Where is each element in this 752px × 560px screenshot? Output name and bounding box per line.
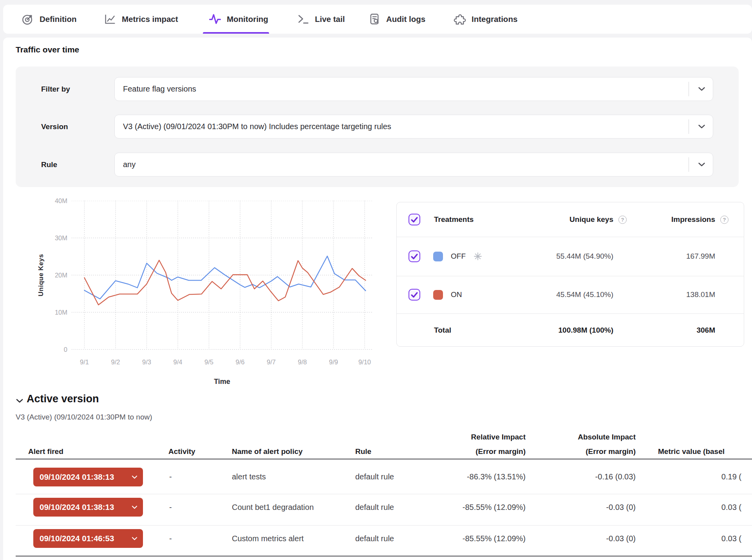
tab-label: Monitoring bbox=[227, 14, 268, 24]
y-tick-label: 20M bbox=[44, 272, 67, 279]
tab-definition[interactable]: Definition bbox=[21, 5, 77, 34]
on-color-swatch bbox=[433, 290, 443, 300]
tab-label: Integrations bbox=[472, 14, 517, 24]
tab-label: Metrics impact bbox=[122, 14, 178, 24]
off-checkbox[interactable] bbox=[409, 237, 420, 276]
traffic-chart bbox=[72, 201, 373, 350]
rule-value: default rule bbox=[355, 526, 394, 551]
relative-impact-value: -85.55% (12.09%) bbox=[463, 526, 526, 551]
rule-label: Rule bbox=[41, 153, 57, 176]
metric-value: 0.03 ( bbox=[721, 494, 741, 520]
chevron-down-icon[interactable] bbox=[698, 87, 705, 91]
relative-impact-value: -85.55% (12.09%) bbox=[463, 494, 526, 520]
policy-link[interactable]: Count bet1 degradation bbox=[232, 494, 314, 520]
filter-by-value: Feature flag versions bbox=[123, 77, 196, 101]
activity-value: - bbox=[169, 494, 172, 520]
table-bottom-border bbox=[16, 556, 752, 556]
chevron-down-icon bbox=[132, 475, 137, 479]
metrics-impact-icon bbox=[103, 13, 117, 26]
tab-live-tail[interactable]: Live tail bbox=[296, 5, 345, 34]
collapse-chevron-icon[interactable] bbox=[16, 398, 24, 403]
x-tick-label: 9/1 bbox=[80, 358, 89, 366]
chevron-down-icon[interactable] bbox=[698, 124, 705, 129]
tab-audit-logs[interactable]: Audit logs bbox=[368, 5, 425, 34]
off-unique-keys: 55.44M (54.90%) bbox=[556, 237, 613, 276]
activity-value: - bbox=[169, 459, 172, 494]
series-on-line bbox=[85, 260, 366, 305]
treatment-row-off: OFF 55.44M (54.90%) 167.99M bbox=[397, 237, 744, 276]
tab-integrations[interactable]: Integrations bbox=[453, 5, 517, 34]
treatments-table: Treatments Unique keys ? Impressions ? O… bbox=[396, 202, 744, 347]
page: Definition Metrics impact Monitoring Liv… bbox=[0, 0, 752, 560]
alert-row: 09/10/2024 01:46:53 - Custom metrics ale… bbox=[3, 526, 752, 551]
impressions-help-icon[interactable]: ? bbox=[720, 202, 728, 237]
version-value: V3 (Active) (09/01/2024 01:30PM to now) … bbox=[123, 115, 391, 138]
alert-fired-badge[interactable]: 09/10/2024 01:46:53 bbox=[33, 529, 143, 548]
live-tail-icon bbox=[296, 13, 310, 26]
audit-logs-icon bbox=[368, 13, 381, 26]
y-tick-label: 0 bbox=[44, 346, 67, 353]
filter-panel: Filter by Feature flag versions Version … bbox=[16, 67, 739, 187]
policy-link[interactable]: alert tests bbox=[232, 459, 266, 494]
y-tick-label: 40M bbox=[44, 197, 67, 205]
unique-keys-col-header: Unique keys bbox=[569, 202, 613, 237]
on-unique-keys: 45.54M (45.10%) bbox=[556, 276, 613, 313]
filter-by-label: Filter by bbox=[41, 77, 70, 101]
chevron-down-icon bbox=[132, 506, 137, 509]
rule-select[interactable]: any bbox=[114, 153, 713, 176]
y-tick-label: 30M bbox=[44, 234, 67, 242]
x-tick-label: 9/4 bbox=[174, 358, 183, 366]
on-impressions: 138.01M bbox=[686, 276, 715, 313]
check-icon bbox=[411, 254, 418, 259]
alerts-table-header: Alert fired Activity Name of alert polic… bbox=[3, 431, 752, 459]
x-tick-label: 9/6 bbox=[236, 358, 245, 366]
tab-monitoring[interactable]: Monitoring bbox=[208, 5, 268, 34]
absolute-impact-value: -0.16 (0.03) bbox=[595, 459, 636, 494]
col-metric-value: Metric value (basel bbox=[658, 444, 725, 459]
treatments-total-row: Total 100.98M (100%) 306M bbox=[397, 313, 744, 347]
total-impressions: 306M bbox=[696, 313, 715, 347]
chevron-down-icon[interactable] bbox=[698, 162, 705, 167]
tab-metrics-impact[interactable]: Metrics impact bbox=[103, 5, 178, 34]
section-title: Traffic over time bbox=[16, 45, 79, 54]
off-color-swatch bbox=[433, 252, 443, 261]
on-label: ON bbox=[451, 276, 462, 313]
col-activity: Activity bbox=[168, 444, 195, 459]
treatments-header-row: Treatments Unique keys ? Impressions ? bbox=[397, 202, 744, 237]
filter-by-select[interactable]: Feature flag versions bbox=[114, 77, 713, 101]
select-all-checkbox[interactable] bbox=[409, 202, 420, 237]
x-tick-label: 9/7 bbox=[267, 358, 276, 366]
chevron-down-icon bbox=[132, 537, 137, 540]
x-tick-label: 9/3 bbox=[142, 358, 151, 366]
metric-value: 0.03 ( bbox=[721, 526, 741, 551]
rule-value: default rule bbox=[355, 459, 394, 494]
x-tick-label: 9/9 bbox=[329, 358, 338, 366]
tab-label: Audit logs bbox=[386, 14, 425, 24]
policy-link[interactable]: Custom metrics alert bbox=[232, 526, 304, 551]
series-off-line bbox=[85, 256, 366, 299]
col-rule: Rule bbox=[355, 444, 371, 459]
col-alert-fired: Alert fired bbox=[28, 444, 63, 459]
col-absolute-impact: Absolute Impact (Error margin) bbox=[578, 430, 636, 459]
y-tick-label: 10M bbox=[44, 309, 67, 316]
alert-fired-badge[interactable]: 09/10/2024 01:38:13 bbox=[33, 498, 143, 517]
active-version-subtitle: V3 (Active) (09/10/2024 01:30PM to now) bbox=[16, 413, 152, 421]
on-checkbox[interactable] bbox=[409, 276, 420, 313]
rule-value: any bbox=[123, 153, 136, 176]
default-treatment-icon bbox=[474, 237, 482, 276]
check-icon bbox=[411, 217, 418, 223]
unique-keys-help-icon[interactable]: ? bbox=[618, 202, 627, 237]
absolute-impact-value: -0.03 (0) bbox=[606, 526, 636, 551]
off-impressions: 167.99M bbox=[686, 237, 715, 276]
absolute-impact-value: -0.03 (0) bbox=[606, 494, 636, 520]
check-icon bbox=[411, 292, 418, 298]
version-select[interactable]: V3 (Active) (09/01/2024 01:30PM to now) … bbox=[114, 115, 713, 139]
tab-label: Live tail bbox=[315, 14, 345, 24]
alert-fired-badge[interactable]: 09/10/2024 01:38:13 bbox=[33, 468, 143, 486]
alert-row: 09/10/2024 01:38:13 - Count bet1 degrada… bbox=[3, 494, 752, 520]
off-label: OFF bbox=[451, 237, 466, 276]
treatment-row-on: ON 45.54M (45.10%) 138.01M bbox=[397, 276, 744, 313]
x-tick-label: 9/5 bbox=[204, 358, 213, 366]
x-tick-label: 9/2 bbox=[111, 358, 120, 366]
content-card: Traffic over time Filter by Feature flag… bbox=[3, 38, 752, 560]
